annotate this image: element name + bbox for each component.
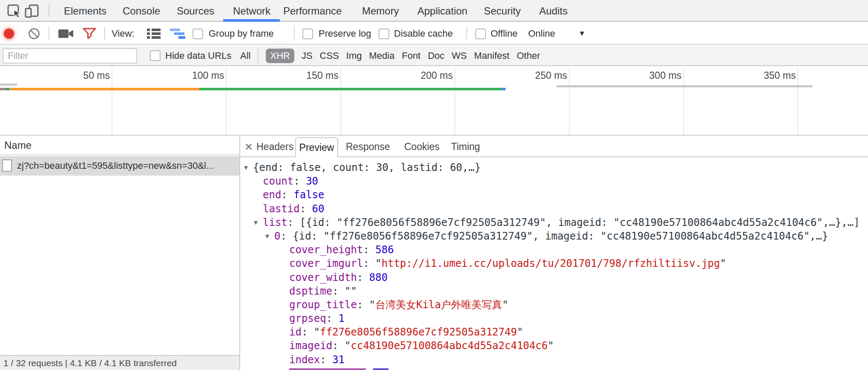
tab-network[interactable]: Network bbox=[233, 0, 270, 22]
json-token-num: 1 bbox=[339, 312, 345, 324]
filter-type-font[interactable]: Font bbox=[402, 50, 420, 61]
devtools-tab-bar: ElementsConsoleSourcesNetworkPerformance… bbox=[0, 0, 868, 22]
json-tree-row[interactable]: imageid: "cc48190e57100864abc4d55a2c4104… bbox=[240, 339, 868, 353]
filter-type-all[interactable]: All bbox=[240, 50, 250, 61]
json-token-key: 0 bbox=[274, 230, 280, 242]
json-token-plain: " bbox=[548, 340, 554, 352]
overview-request-bar bbox=[557, 85, 813, 87]
json-token-plain: {end: false, count: 30, lastid: 60,…} bbox=[253, 162, 481, 173]
json-tree-row[interactable]: lastid: 60 bbox=[240, 202, 868, 216]
tab-elements[interactable]: Elements bbox=[64, 0, 106, 22]
filter-type-xhr[interactable]: XHR bbox=[266, 49, 294, 63]
timeline-label: 100 ms bbox=[160, 70, 224, 81]
toolbar-separator bbox=[49, 27, 49, 40]
detail-tab-preview[interactable]: Preview bbox=[295, 137, 338, 157]
detail-tab-headers[interactable]: Headers bbox=[256, 136, 293, 157]
overview-request-bar bbox=[199, 88, 502, 90]
screenshot-camera-icon[interactable] bbox=[58, 23, 74, 45]
filter-type-media[interactable]: Media bbox=[369, 50, 395, 61]
filter-type-ws[interactable]: WS bbox=[452, 50, 467, 61]
json-token-str: 台湾美女Kila户外唯美写真 bbox=[375, 299, 502, 311]
json-token-plain: : bbox=[300, 203, 312, 215]
timeline-gridline bbox=[226, 67, 227, 135]
request-details-panel: ✕ HeadersPreviewResponseCookiesTiming ▼{… bbox=[239, 136, 868, 370]
json-tree-row[interactable]: dsptime: "" bbox=[240, 284, 868, 298]
throttling-dropdown-arrow[interactable]: ▼ bbox=[578, 23, 586, 45]
json-tree-row[interactable]: count: 30 bbox=[240, 174, 868, 188]
filter-type-doc[interactable]: Doc bbox=[428, 50, 444, 61]
json-tree-row[interactable]: index: 31 bbox=[240, 353, 868, 367]
overview-request-bar bbox=[0, 88, 6, 90]
json-token-num: 31 bbox=[332, 354, 345, 366]
tab-audits[interactable]: Audits bbox=[539, 0, 568, 22]
name-column-header[interactable]: Name bbox=[0, 136, 239, 155]
inspect-element-icon[interactable] bbox=[7, 4, 21, 20]
device-toolbar-icon[interactable] bbox=[24, 4, 40, 20]
filter-funnel-icon[interactable] bbox=[82, 23, 97, 45]
json-token-plain: : bbox=[281, 189, 293, 201]
list-view-icon[interactable] bbox=[147, 23, 161, 45]
json-tree-row[interactable]: cover_width: 880 bbox=[240, 271, 868, 284]
json-token-str: cc48190e57100864abc4d55a2c4104c6 bbox=[351, 340, 548, 352]
hide-data-urls-checkbox[interactable] bbox=[150, 50, 161, 61]
json-token-key: count bbox=[263, 175, 293, 187]
network-toolbar: View: Group by frame Preserve log Disabl… bbox=[0, 23, 868, 45]
json-tree-row[interactable]: group_title: "台湾美女Kila户外唯美写真" bbox=[240, 298, 868, 312]
waterfall-view-icon[interactable] bbox=[169, 23, 187, 45]
preserve-log-checkbox[interactable] bbox=[302, 29, 313, 39]
timeline-label: 300 ms bbox=[618, 70, 681, 81]
timeline-gridline bbox=[454, 67, 455, 135]
filter-type-css[interactable]: CSS bbox=[320, 50, 339, 61]
filter-input[interactable] bbox=[3, 48, 137, 64]
json-token-key: index bbox=[289, 354, 320, 366]
hide-data-urls-label: Hide data URLs bbox=[165, 46, 231, 66]
timeline-label: 50 ms bbox=[46, 70, 110, 81]
json-token-key: lastid bbox=[263, 203, 300, 215]
json-token-plain: : bbox=[293, 175, 306, 187]
offline-checkbox[interactable] bbox=[475, 29, 486, 39]
request-row[interactable]: zj?ch=beauty&t1=595&listtype=new&sn=30&l… bbox=[0, 156, 239, 176]
expand-arrow-icon[interactable]: ▼ bbox=[254, 216, 258, 229]
filter-type-manifest[interactable]: Manifest bbox=[474, 50, 509, 61]
clear-icon[interactable] bbox=[28, 23, 40, 45]
record-button[interactable] bbox=[4, 29, 14, 39]
expand-arrow-icon[interactable]: ▼ bbox=[244, 161, 248, 174]
disable-cache-checkbox[interactable] bbox=[379, 29, 389, 39]
request-file-icon bbox=[2, 159, 12, 172]
json-tree-row[interactable]: ▼0: {id: "ff276e8056f58896e7cf92505a3127… bbox=[240, 229, 868, 243]
tab-security[interactable]: Security bbox=[484, 0, 521, 22]
json-tree-row[interactable]: cover_height: 586 bbox=[240, 243, 868, 257]
selected-tab-underline bbox=[223, 19, 280, 22]
json-tree-row[interactable]: ▼{end: false, count: 30, lastid: 60,…} bbox=[240, 161, 868, 174]
filter-type-img[interactable]: Img bbox=[346, 50, 362, 61]
detail-tab-cookies[interactable]: Cookies bbox=[404, 136, 440, 157]
tab-performance[interactable]: Performance bbox=[283, 0, 342, 22]
tab-console[interactable]: Console bbox=[123, 0, 160, 22]
json-token-key: group_title bbox=[289, 299, 357, 311]
filter-type-js[interactable]: JS bbox=[302, 50, 313, 61]
tab-sources[interactable]: Sources bbox=[177, 0, 214, 22]
json-token-key: grpseq bbox=[289, 312, 326, 324]
throttling-select[interactable]: Online bbox=[528, 23, 555, 45]
expand-arrow-icon[interactable]: ▼ bbox=[265, 229, 269, 243]
detail-tab-response[interactable]: Response bbox=[346, 136, 390, 157]
json-token-key: cover_imgurl bbox=[289, 257, 363, 269]
timeline-overview[interactable]: 50 ms100 ms150 ms200 ms250 ms300 ms350 m… bbox=[0, 67, 868, 136]
view-label: View: bbox=[112, 23, 134, 45]
group-by-frame-checkbox[interactable] bbox=[193, 29, 203, 39]
json-tree-row[interactable]: cover_imgurl: "http://i1.umei.cc/uploads… bbox=[240, 257, 868, 270]
close-details-icon[interactable]: ✕ bbox=[244, 136, 253, 157]
json-tree-row[interactable]: grpseq: 1 bbox=[240, 312, 868, 325]
json-token-plain: : " bbox=[332, 340, 351, 352]
json-tree-row[interactable]: ▼list: [{id: "ff276e8056f58896e7cf92505a… bbox=[240, 216, 868, 229]
tab-memory[interactable]: Memory bbox=[362, 0, 399, 22]
clipped-row-sliver bbox=[289, 368, 366, 370]
json-tree-row[interactable]: id: "ff276e8056f58896e7cf92505a312749" bbox=[240, 325, 868, 339]
status-summary: 1 / 32 requests | 4.1 KB / 4.1 KB transf… bbox=[3, 358, 177, 368]
timeline-gridline bbox=[797, 67, 798, 135]
filter-type-other[interactable]: Other bbox=[517, 50, 540, 61]
json-token-key: dsptime bbox=[289, 285, 332, 297]
detail-tab-timing[interactable]: Timing bbox=[451, 136, 480, 157]
json-tree-row[interactable]: end: false bbox=[240, 188, 868, 202]
tab-application[interactable]: Application bbox=[417, 0, 467, 22]
